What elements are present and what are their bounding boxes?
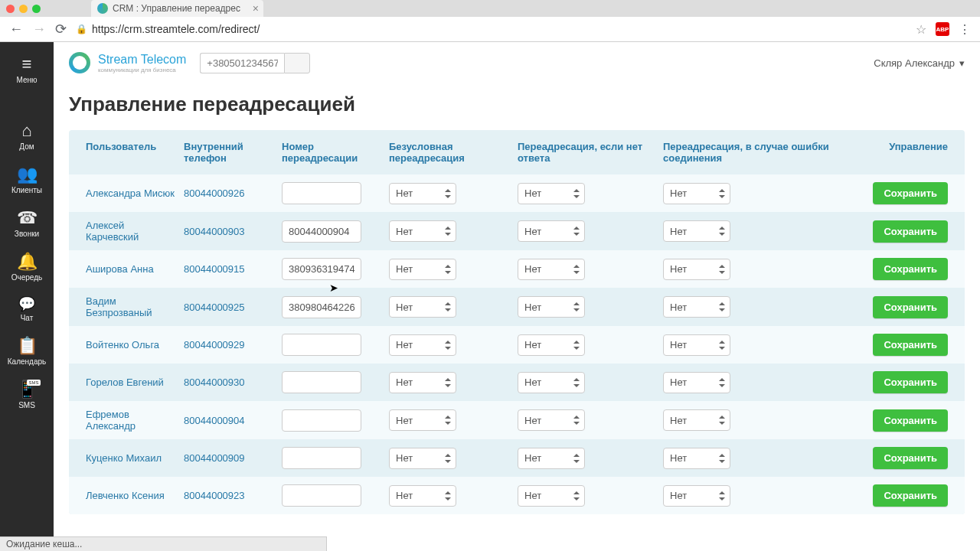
sidebar-item-sms[interactable]: 📱 SMS <box>0 373 54 417</box>
ext-link[interactable]: 80044000930 <box>184 377 282 388</box>
brand[interactable]: Stream Telecom коммуникации для бизнеса <box>69 52 186 73</box>
unconditional-select[interactable]: Нет <box>389 296 456 318</box>
sidebar-item-chat[interactable]: 💬 Чат <box>0 289 54 330</box>
sidebar-item-calls[interactable]: ☎ Звонки <box>0 202 54 246</box>
sidebar-menu[interactable]: ≡ Меню <box>0 48 54 92</box>
window-close-icon[interactable] <box>6 5 15 13</box>
window-minimize-icon[interactable] <box>19 5 28 13</box>
reload-icon[interactable]: ⟳ <box>55 21 67 37</box>
unconditional-select[interactable]: Нет <box>389 485 456 507</box>
bookmark-icon[interactable]: ☆ <box>916 22 926 37</box>
phone-input[interactable] <box>200 53 284 73</box>
menu-icon[interactable]: ⋮ <box>959 22 971 37</box>
ext-link[interactable]: 80044000915 <box>184 263 282 275</box>
user-menu[interactable]: Скляр Александр ▾ <box>874 57 965 69</box>
url-input[interactable]: 🔒 https://crm.streamtele.com/redirect/ <box>76 23 906 35</box>
noanswer-select[interactable]: Нет <box>518 448 585 469</box>
ext-link[interactable]: 80044000909 <box>184 452 282 464</box>
user-link[interactable]: Вадим Безпрозваный <box>86 295 184 318</box>
save-button[interactable]: Сохранить <box>873 220 948 243</box>
sidebar-item-queue[interactable]: 🔔 Очередь <box>0 246 54 289</box>
redirect-number-input[interactable] <box>282 447 361 469</box>
ext-link[interactable]: 80044000923 <box>184 490 282 501</box>
sidebar-item-calendar[interactable]: 📋 Календарь <box>0 330 54 373</box>
redirect-number-input[interactable] <box>282 484 361 507</box>
error-select[interactable]: Нет <box>663 485 730 507</box>
user-link[interactable]: Аширова Анна <box>86 263 184 275</box>
adblock-icon[interactable]: ABP <box>936 22 949 36</box>
error-select[interactable]: Нет <box>663 259 730 280</box>
user-link[interactable]: Войтенко Ольга <box>86 339 184 350</box>
unconditional-select[interactable]: Нет <box>389 448 456 469</box>
redirect-number-input[interactable] <box>282 182 361 204</box>
tab-title: CRM : Управление переадрес <box>113 3 240 14</box>
table-row: Левченко Ксения80044000923НетНетНетСохра… <box>69 477 965 514</box>
save-button[interactable]: Сохранить <box>873 409 948 432</box>
close-icon[interactable]: × <box>253 2 259 15</box>
noanswer-select[interactable]: Нет <box>518 183 585 204</box>
redirect-number-input[interactable] <box>282 220 361 243</box>
user-link[interactable]: Алексей Карчевский <box>86 220 184 243</box>
unconditional-select[interactable]: Нет <box>389 409 456 431</box>
user-link[interactable]: Горелов Евгений <box>86 377 184 388</box>
page-title: Управление переадресацией <box>69 93 965 116</box>
sidebar-item-clients[interactable]: 👥 Клиенты <box>0 158 54 202</box>
noanswer-select[interactable]: Нет <box>518 334 585 356</box>
ext-link[interactable]: 80044000903 <box>184 226 282 237</box>
unconditional-select[interactable]: Нет <box>389 220 456 242</box>
status-bar: Ожидание кеша... <box>0 536 327 551</box>
error-select[interactable]: Нет <box>663 334 730 356</box>
ext-link[interactable]: 80044000904 <box>184 415 282 426</box>
redirect-number-input[interactable] <box>282 371 361 393</box>
noanswer-select[interactable]: Нет <box>518 409 585 431</box>
unconditional-select[interactable]: Нет <box>389 334 456 356</box>
window-maximize-icon[interactable] <box>32 5 41 13</box>
address-bar: ← → ⟳ 🔒 https://crm.streamtele.com/redir… <box>0 17 980 42</box>
save-button[interactable]: Сохранить <box>873 296 948 318</box>
user-link[interactable]: Левченко Ксения <box>86 490 184 501</box>
back-icon[interactable]: ← <box>9 21 23 37</box>
hamburger-icon: ≡ <box>22 56 32 73</box>
redirect-number-input[interactable] <box>282 334 361 356</box>
unconditional-select[interactable]: Нет <box>389 259 456 280</box>
unconditional-select[interactable]: Нет <box>389 183 456 204</box>
save-button[interactable]: Сохранить <box>873 258 948 280</box>
error-select[interactable]: Нет <box>663 409 730 431</box>
error-select[interactable]: Нет <box>663 448 730 469</box>
save-button[interactable]: Сохранить <box>873 334 948 356</box>
user-link[interactable]: Куценко Михаил <box>86 452 184 464</box>
ext-link[interactable]: 80044000925 <box>184 302 282 313</box>
lock-icon: 🔒 <box>76 24 87 34</box>
error-select[interactable]: Нет <box>663 372 730 393</box>
favicon-icon <box>97 3 108 14</box>
noanswer-select[interactable]: Нет <box>518 296 585 318</box>
browser-tab[interactable]: CRM : Управление переадрес × <box>91 0 263 17</box>
table-row: Куценко Михаил80044000909НетНетНетСохран… <box>69 439 965 477</box>
redirect-table: Пользователь Внутренний телефон Номер пе… <box>69 130 965 514</box>
save-button[interactable]: Сохранить <box>873 484 948 507</box>
noanswer-select[interactable]: Нет <box>518 220 585 242</box>
save-button[interactable]: Сохранить <box>873 371 948 393</box>
redirect-number-input[interactable] <box>282 409 361 432</box>
sidebar-item-home[interactable]: ⌂ Дом <box>0 115 54 158</box>
save-button[interactable]: Сохранить <box>873 182 948 204</box>
redirect-number-input[interactable] <box>282 296 361 318</box>
bell-icon: 🔔 <box>17 253 38 270</box>
ext-link[interactable]: 80044000929 <box>184 339 282 350</box>
calendar-icon: 📋 <box>17 337 38 354</box>
save-button[interactable]: Сохранить <box>873 447 948 469</box>
user-link[interactable]: Ефремов Александр <box>86 409 184 432</box>
phone-search-button[interactable] <box>284 53 310 73</box>
error-select[interactable]: Нет <box>663 296 730 318</box>
ext-link[interactable]: 80044000926 <box>184 187 282 199</box>
error-select[interactable]: Нет <box>663 183 730 204</box>
noanswer-select[interactable]: Нет <box>518 259 585 280</box>
redirect-number-input[interactable] <box>282 258 361 280</box>
table-row: Ефремов Александр80044000904НетНетНетСох… <box>69 401 965 439</box>
col-ext: Внутренний телефон <box>184 141 282 164</box>
error-select[interactable]: Нет <box>663 220 730 242</box>
noanswer-select[interactable]: Нет <box>518 372 585 393</box>
noanswer-select[interactable]: Нет <box>518 485 585 507</box>
unconditional-select[interactable]: Нет <box>389 372 456 393</box>
user-link[interactable]: Александра Мисюк <box>86 187 184 199</box>
